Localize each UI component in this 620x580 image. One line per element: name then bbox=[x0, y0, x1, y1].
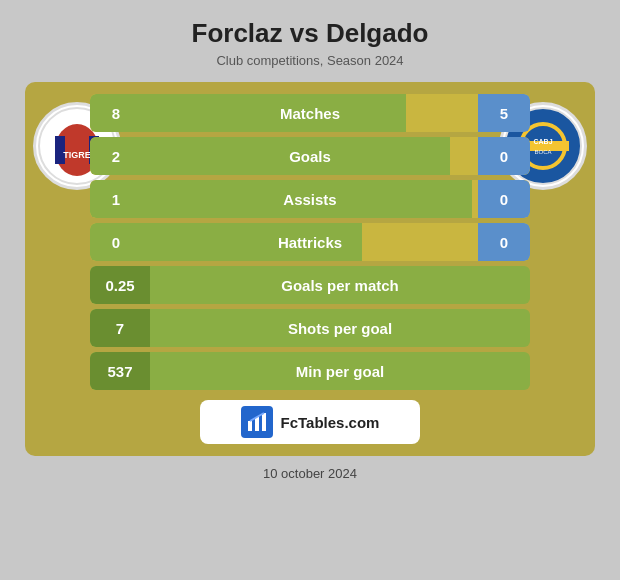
matches-left-val: 8 bbox=[90, 94, 142, 132]
fctables-icon bbox=[241, 406, 273, 438]
page-title: Forclaz vs Delgado bbox=[192, 18, 429, 49]
fctables-banner[interactable]: FcTables.com bbox=[200, 400, 420, 444]
goals-label: Goals bbox=[142, 148, 478, 165]
min-per-goal-row: 537 Min per goal bbox=[90, 352, 530, 390]
shots-per-goal-val: 7 bbox=[90, 309, 150, 347]
assists-right-val: 0 bbox=[478, 180, 530, 218]
goals-per-match-label: Goals per match bbox=[150, 277, 530, 294]
shots-per-goal-row: 7 Shots per goal bbox=[90, 309, 530, 347]
goals-right-val: 0 bbox=[478, 137, 530, 175]
svg-rect-10 bbox=[248, 421, 252, 431]
min-per-goal-label: Min per goal bbox=[150, 363, 530, 380]
goals-row: 2 Goals 0 bbox=[90, 137, 530, 175]
fctables-text: FcTables.com bbox=[281, 414, 380, 431]
shots-per-goal-label: Shots per goal bbox=[150, 320, 530, 337]
hattricks-left-val: 0 bbox=[90, 223, 142, 261]
min-per-goal-val: 537 bbox=[90, 352, 150, 390]
stats-section: 8 Matches 5 2 Goals 0 1 Assists bbox=[90, 94, 530, 390]
matches-row: 8 Matches 5 bbox=[90, 94, 530, 132]
svg-rect-11 bbox=[255, 417, 259, 431]
goals-left-val: 2 bbox=[90, 137, 142, 175]
page-subtitle: Club competitions, Season 2024 bbox=[216, 53, 403, 68]
page-wrapper: Forclaz vs Delgado Club competitions, Se… bbox=[0, 0, 620, 580]
assists-row: 1 Assists 0 bbox=[90, 180, 530, 218]
main-card: TIGRE CABJ BOCA 8 bbox=[25, 82, 595, 456]
goals-per-match-val: 0.25 bbox=[90, 266, 150, 304]
goals-per-match-row: 0.25 Goals per match bbox=[90, 266, 530, 304]
hattricks-row: 0 Hattricks 0 bbox=[90, 223, 530, 261]
assists-label: Assists bbox=[142, 191, 478, 208]
stats-area: 8 Matches 5 2 Goals 0 1 Assists bbox=[35, 94, 585, 390]
assists-left-val: 1 bbox=[90, 180, 142, 218]
matches-right-val: 5 bbox=[478, 94, 530, 132]
date-footer: 10 october 2024 bbox=[263, 466, 357, 481]
hattricks-right-val: 0 bbox=[478, 223, 530, 261]
hattricks-label: Hattricks bbox=[142, 234, 478, 251]
matches-label: Matches bbox=[142, 105, 478, 122]
svg-rect-12 bbox=[262, 413, 266, 431]
